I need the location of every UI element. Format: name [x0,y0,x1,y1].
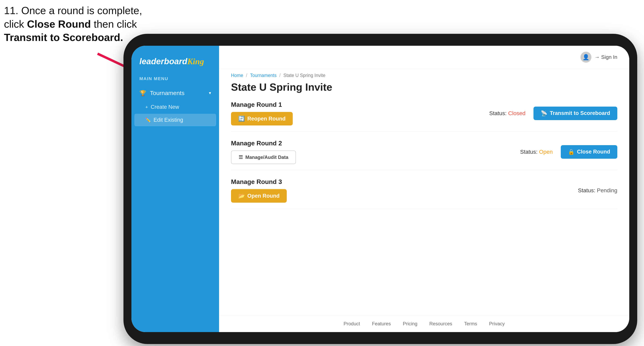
transmit-icon: 📡 [541,110,548,117]
manage-audit-data-button[interactable]: ☰ Manage/Audit Data [231,151,296,164]
round-3-status-value: Pending [597,187,617,193]
app-layout: leaderboardKing MAIN MENU 🏆 Tournaments … [132,46,629,332]
trophy-icon: 🏆 [140,90,146,96]
instruction-line1: 11. Once a round is complete, [4,5,142,16]
plus-icon: + [145,105,148,110]
round-1-status-value: Closed [508,110,526,116]
sidebar-item-edit-existing[interactable]: ✏️ Edit Existing [134,114,216,126]
round-1-left: Manage Round 1 🔄 Reopen Round [231,101,293,126]
reopen-icon: 🔄 [238,116,245,122]
round-3-right: Status: Pending [578,187,617,194]
round-2-label: Manage Round 2 [231,140,296,147]
round-3-label: Manage Round 3 [231,178,287,185]
tournaments-label: Tournaments [150,90,184,96]
breadcrumb-sep2: / [280,73,280,78]
round-3-status: Status: Pending [578,187,617,194]
breadcrumb: Home / Tournaments / State U Spring Invi… [219,69,629,79]
sidebar-item-tournaments[interactable]: 🏆 Tournaments ▾ [132,85,219,101]
sidebar-item-create-new[interactable]: + Create New [132,101,219,113]
lock-icon: 🔒 [568,149,575,155]
create-new-label: Create New [151,104,179,110]
sidebar-nav: 🏆 Tournaments ▾ + Create New ✏️ Edit Exi… [132,85,219,127]
transmit-to-scoreboard-button[interactable]: 📡 Transmit to Scoreboard [534,107,617,120]
breadcrumb-sep1: / [246,73,247,78]
main-content: 👤 → Sign In Home / Tournaments / State U… [219,46,629,332]
tablet-device: leaderboardKing MAIN MENU 🏆 Tournaments … [124,34,637,344]
open-icon: 📂 [238,193,245,199]
instruction-line2: click Close Round then click [4,18,137,30]
edit-existing-label: Edit Existing [154,117,183,123]
round-3-block: Manage Round 3 📂 Open Round Status: Pend… [231,178,617,209]
avatar: 👤 [580,52,592,63]
round-2-status: Status: Open [520,149,552,155]
breadcrumb-home[interactable]: Home [231,73,243,78]
breadcrumb-current: State U Spring Invite [283,73,326,78]
open-round-button[interactable]: 📂 Open Round [231,189,287,203]
footer-terms[interactable]: Terms [464,321,477,327]
instruction-block: 11. Once a round is complete, click Clos… [4,4,142,44]
chevron-down-icon: ▾ [209,90,211,96]
round-3-left: Manage Round 3 📂 Open Round [231,178,287,203]
round-2-block: Manage Round 2 ☰ Manage/Audit Data Statu… [231,140,617,170]
sidebar-logo: leaderboardKing [132,46,219,72]
round-1-label: Manage Round 1 [231,101,293,108]
sign-in-label: → Sign In [594,54,617,60]
logo-leaderboard-text: leaderboard [140,57,187,66]
main-menu-label: MAIN MENU [132,74,219,83]
instruction-line3: Transmit to Scoreboard. [4,32,123,43]
top-bar: 👤 → Sign In [219,46,629,69]
reopen-round-button[interactable]: 🔄 Reopen Round [231,112,293,126]
round-2-status-value: Open [539,149,553,155]
edit-icon: ✏️ [145,118,151,123]
round-1-block: Manage Round 1 🔄 Reopen Round Status: Cl… [231,101,617,132]
tablet-screen: leaderboardKing MAIN MENU 🏆 Tournaments … [132,46,629,332]
page-title: State U Spring Invite [231,81,617,93]
footer-pricing[interactable]: Pricing [403,321,418,327]
footer-privacy[interactable]: Privacy [489,321,505,327]
footer-product[interactable]: Product [344,321,360,327]
footer-features[interactable]: Features [372,321,391,327]
logo: leaderboardKing [140,57,211,66]
page-content: State U Spring Invite Manage Round 1 🔄 R… [219,79,629,315]
round-1-right: Status: Closed 📡 Transmit to Scoreboard [489,107,617,120]
sidebar: leaderboardKing MAIN MENU 🏆 Tournaments … [132,46,219,332]
footer-resources[interactable]: Resources [429,321,452,327]
audit-icon: ☰ [238,155,243,160]
close-round-button[interactable]: 🔒 Close Round [561,145,618,159]
logo-king-text: King [187,57,204,66]
sign-in-area[interactable]: 👤 → Sign In [580,52,617,63]
round-1-status: Status: Closed [489,110,526,117]
footer: Product Features Pricing Resources Terms… [219,315,629,332]
round-2-right: Status: Open 🔒 Close Round [520,145,617,159]
round-2-left: Manage Round 2 ☰ Manage/Audit Data [231,140,296,164]
breadcrumb-tournaments[interactable]: Tournaments [250,73,276,78]
